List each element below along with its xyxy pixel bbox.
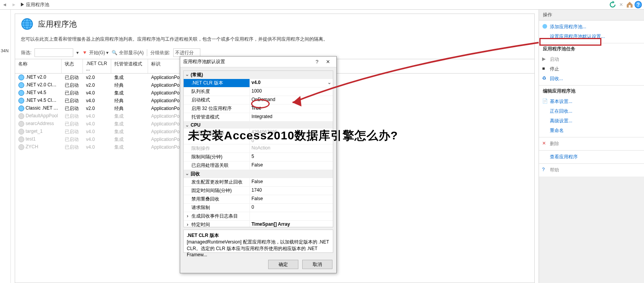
prop-queue-length[interactable]: 队列长度1000 bbox=[184, 87, 333, 96]
app-pool-small-icon bbox=[18, 82, 24, 88]
delete-icon: ✕ bbox=[542, 141, 548, 146]
app-pool-small-icon bbox=[18, 129, 24, 135]
group-by-select[interactable]: 不进行分 bbox=[173, 48, 200, 57]
action-recycling-settings[interactable]: 正在回收... bbox=[539, 106, 644, 116]
col-name[interactable]: 名称 bbox=[15, 59, 62, 73]
action-add-app-pool[interactable]: 添加应用程序池... bbox=[539, 22, 644, 32]
svg-point-7 bbox=[19, 98, 24, 103]
play-icon: ▶ bbox=[542, 56, 548, 62]
settings-icon: 📄 bbox=[542, 98, 548, 104]
collapse-icon[interactable]: ⌄ bbox=[185, 171, 191, 177]
svg-point-9 bbox=[19, 113, 24, 119]
svg-point-14 bbox=[542, 24, 547, 29]
go-button[interactable]: 🔻 开始(G) ▾ bbox=[82, 50, 108, 56]
help-icon[interactable]: ? bbox=[634, 1, 642, 9]
action-view-apps[interactable]: 查看应用程序 bbox=[539, 152, 644, 162]
action-stop[interactable]: ■停止 bbox=[539, 64, 644, 74]
action-delete[interactable]: ✕删除 bbox=[539, 139, 644, 149]
col-pipeline[interactable]: 托管管道模式 bbox=[111, 59, 148, 73]
svg-point-8 bbox=[19, 106, 24, 111]
stop-icon[interactable]: ✕ bbox=[617, 1, 625, 9]
filter-label: 筛选: bbox=[21, 50, 31, 56]
actions-title: 操作 bbox=[539, 10, 644, 21]
svg-point-11 bbox=[19, 129, 24, 134]
prop-start-mode[interactable]: 启动模式OnDemand bbox=[184, 96, 333, 105]
action-rename[interactable]: 重命名 bbox=[539, 126, 644, 135]
app-pool-icon bbox=[21, 18, 33, 30]
dialog-help-button[interactable]: ? bbox=[312, 59, 322, 65]
app-pool-small-icon bbox=[18, 113, 24, 119]
prop-cpu-affinity[interactable]: 已启用处理器关联False bbox=[184, 161, 333, 170]
app-pool-small-icon bbox=[18, 136, 24, 142]
svg-text:?: ? bbox=[637, 2, 640, 8]
action-start[interactable]: ▶启动 bbox=[539, 55, 644, 64]
prop-limit-interval[interactable]: 限制间隔(分钟)5 bbox=[184, 153, 333, 161]
prop-enable-32bit[interactable]: 启用 32 位应用程序True bbox=[184, 105, 333, 113]
action-set-defaults[interactable]: 设置应用程序池默认设置... bbox=[539, 32, 644, 41]
nav-forward-icon[interactable]: ► bbox=[9, 2, 19, 7]
action-advanced-settings[interactable]: 高级设置... bbox=[539, 116, 644, 126]
action-help[interactable]: ?帮助 bbox=[539, 165, 644, 175]
prop-fixed-interval[interactable]: 固定时间间隔(分钟)1740 bbox=[184, 187, 333, 195]
app-pool-small-icon bbox=[18, 90, 24, 96]
dialog-title: 应用程序池默认设置 bbox=[183, 58, 312, 65]
actions-tasks-title: 应用程序池任务 bbox=[539, 43, 644, 55]
app-pool-small-icon bbox=[18, 98, 24, 104]
tree-node[interactable]: 34N bbox=[0, 48, 10, 54]
svg-point-4 bbox=[19, 75, 24, 80]
stop-square-icon: ■ bbox=[542, 66, 548, 71]
address-bar: ◄ ► ▶ 应用程序池 ✕ ? bbox=[0, 0, 644, 10]
svg-point-13 bbox=[19, 144, 24, 150]
group-by-label: 分组依据: bbox=[150, 50, 170, 56]
actions-edit-title: 编辑应用程序池 bbox=[539, 86, 644, 97]
svg-point-6 bbox=[19, 90, 24, 96]
property-description: .NET CLR 版本 [managedRuntimeVersion] 配置应用… bbox=[183, 230, 333, 253]
show-all-button[interactable]: 🔍 全部显示(A) bbox=[112, 50, 143, 56]
collapse-icon[interactable]: ⌄ bbox=[185, 72, 191, 78]
cancel-button[interactable]: 取消 bbox=[302, 260, 332, 269]
app-pool-defaults-dialog: 应用程序池默认设置 ? ✕ ⌄(常规) .NET CLR 版本v4.0 ⌄ 队列… bbox=[180, 56, 337, 273]
prop-disable-config-change[interactable]: 发生配置更改时禁止回收False bbox=[184, 178, 333, 187]
property-grid[interactable]: ⌄(常规) .NET CLR 版本v4.0 ⌄ 队列长度1000 启动模式OnD… bbox=[183, 70, 333, 227]
nav-back-icon[interactable]: ◄ bbox=[0, 2, 9, 7]
app-pool-small-icon bbox=[18, 74, 24, 81]
col-clr[interactable]: .NET CLR ... bbox=[83, 59, 111, 73]
filter-input[interactable] bbox=[34, 48, 73, 57]
prop-clr-version[interactable]: .NET CLR 版本v4.0 ⌄ bbox=[184, 79, 333, 87]
expand-icon[interactable]: › bbox=[187, 222, 191, 227]
breadcrumb[interactable]: ▶ 应用程序池 bbox=[19, 2, 609, 8]
dialog-close-button[interactable]: ✕ bbox=[322, 59, 333, 65]
app-pool-small-icon bbox=[18, 121, 24, 127]
prop-specific-time[interactable]: ›特定时间TimeSpan[] Array bbox=[184, 221, 333, 227]
expand-icon[interactable]: › bbox=[187, 213, 191, 219]
svg-point-10 bbox=[19, 121, 24, 127]
prop-section-recycle[interactable]: ⌄回收 bbox=[184, 170, 333, 178]
app-pool-small-icon bbox=[18, 105, 24, 111]
action-recycle[interactable]: ♻回收... bbox=[539, 74, 644, 84]
help-small-icon: ? bbox=[542, 167, 548, 172]
ok-button[interactable]: 确定 bbox=[268, 260, 298, 269]
actions-panel: 操作 添加应用程序池... 设置应用程序池默认设置... 应用程序池任务 ▶启动… bbox=[539, 10, 644, 283]
svg-point-5 bbox=[19, 82, 24, 88]
page-description: 您可以在此页上查看和管理服务器上的应用程序池列表。应用程序池与工作进程相关联，包… bbox=[15, 34, 534, 46]
dialog-titlebar[interactable]: 应用程序池默认设置 ? ✕ bbox=[180, 57, 336, 67]
prop-gen-log[interactable]: ›生成回收事件日志条目 bbox=[184, 212, 333, 221]
home-icon[interactable] bbox=[626, 1, 634, 9]
recycle-icon: ♻ bbox=[542, 75, 548, 81]
col-status[interactable]: 状态 bbox=[62, 59, 83, 73]
app-pool-small-icon bbox=[18, 144, 24, 150]
toolbar-icons: ✕ ? bbox=[609, 1, 644, 9]
collapse-icon[interactable]: ⌄ bbox=[185, 122, 191, 128]
chevron-down-icon[interactable]: ⌄ bbox=[327, 80, 331, 85]
action-basic-settings[interactable]: 📄基本设置... bbox=[539, 97, 644, 106]
prop-request-limit[interactable]: 请求限制0 bbox=[184, 204, 333, 212]
prop-disable-overlap[interactable]: 禁用重叠回收False bbox=[184, 195, 333, 204]
page-title: 应用程序池 bbox=[38, 19, 77, 29]
connections-tree-sidebar: 34N bbox=[0, 10, 11, 283]
svg-point-12 bbox=[19, 137, 24, 142]
prop-limit-action[interactable]: 限制操作NoAction bbox=[184, 144, 333, 153]
refresh-icon[interactable] bbox=[609, 1, 616, 9]
overlay-caption: 未安装Access2010数据库引擎怎么办? bbox=[188, 128, 398, 144]
prop-managed-pipeline[interactable]: 托管管道模式Integrated bbox=[184, 113, 333, 122]
prop-section-general[interactable]: ⌄(常规) bbox=[184, 71, 333, 79]
